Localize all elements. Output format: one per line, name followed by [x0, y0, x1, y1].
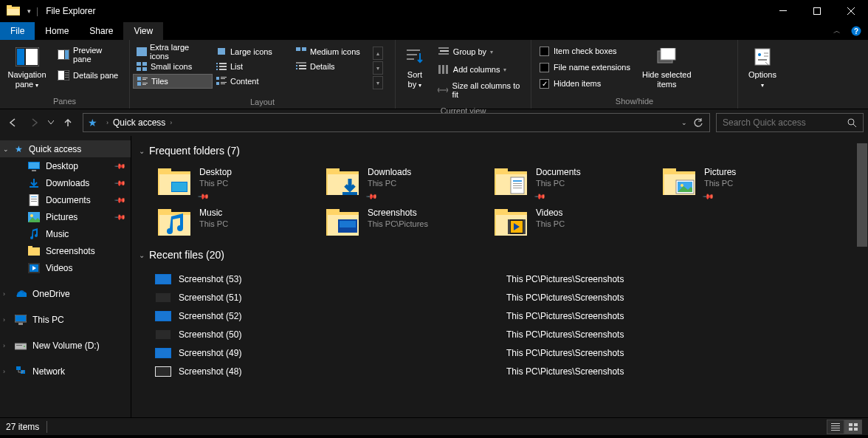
- svg-rect-124: [508, 219, 510, 234]
- sidebar-new-volume[interactable]: ›New Volume (D:): [0, 337, 131, 354]
- group-by-button[interactable]: Group by ▾: [433, 44, 527, 60]
- tiles-icon: [137, 75, 148, 87]
- recent-file-row[interactable]: Screenshot (52)This PC\Pictures\Screensh…: [155, 307, 868, 325]
- details-view-button[interactable]: [827, 420, 844, 434]
- svg-rect-14: [65, 50, 69, 59]
- size-columns-button[interactable]: Size all columns to fit: [433, 79, 527, 101]
- layout-extra-large[interactable]: Extra large icons: [133, 44, 213, 59]
- large-icons-view-button[interactable]: [844, 420, 862, 434]
- music-icon: [28, 228, 40, 240]
- file-extensions-toggle[interactable]: File name extensions: [535, 60, 635, 75]
- scrollbar-thumb[interactable]: [857, 143, 867, 247]
- recent-file-row[interactable]: Screenshot (48)This PC\Pictures\Screensh…: [155, 362, 868, 380]
- breadcrumb-arrow-icon[interactable]: ›: [106, 119, 108, 126]
- up-button[interactable]: [59, 114, 77, 131]
- svg-rect-58: [442, 65, 444, 74]
- layout-content[interactable]: Content: [213, 74, 292, 89]
- divider: |: [36, 6, 38, 16]
- sidebar-network[interactable]: ›Network: [0, 363, 131, 380]
- item-checkboxes-toggle[interactable]: Item check boxes: [535, 44, 635, 58]
- close-button[interactable]: [834, 0, 868, 22]
- recent-files-header[interactable]: ⌄Recent files (20): [136, 246, 868, 267]
- gallery-scroll-down[interactable]: ▾: [373, 61, 383, 75]
- sidebar-onedrive[interactable]: ›OneDrive: [0, 285, 131, 302]
- tab-file[interactable]: File: [0, 22, 35, 40]
- tab-share[interactable]: Share: [79, 22, 123, 40]
- gallery-scroll-up[interactable]: ▴: [373, 47, 383, 60]
- sidebar-item-desktop[interactable]: Desktop📌: [0, 157, 131, 174]
- sidebar-item-documents[interactable]: Documents📌: [0, 191, 131, 208]
- tab-home[interactable]: Home: [35, 22, 79, 40]
- qat-dropdown-icon[interactable]: ▾: [27, 7, 31, 15]
- forward-button[interactable]: [25, 114, 43, 131]
- expand-icon[interactable]: ⌄: [3, 146, 9, 153]
- address-dropdown-icon[interactable]: ⌄: [681, 119, 687, 126]
- help-icon[interactable]: ?: [847, 22, 865, 40]
- recent-file-row[interactable]: Screenshot (49)This PC\Pictures\Screensh…: [155, 343, 868, 362]
- folder-tile[interactable]: DesktopThis PC📌: [154, 162, 322, 203]
- recent-dropdown[interactable]: [46, 114, 56, 131]
- expand-icon[interactable]: ›: [3, 290, 5, 298]
- options-button[interactable]: Options▾: [740, 42, 785, 93]
- folder-tile[interactable]: DownloadsThis PC📌: [322, 162, 490, 203]
- expand-icon[interactable]: ›: [3, 342, 5, 349]
- back-button[interactable]: [4, 114, 22, 131]
- sidebar-item-downloads[interactable]: Downloads📌: [0, 174, 131, 191]
- hidden-items-toggle[interactable]: ✓Hidden items: [535, 76, 635, 91]
- folder-tile[interactable]: VideosThis PC: [490, 203, 658, 240]
- breadcrumb-arrow-icon[interactable]: ›: [170, 119, 172, 126]
- frequent-folders-header[interactable]: ⌄Frequent folders (7): [136, 142, 868, 162]
- recent-file-row[interactable]: Screenshot (51)This PC\Pictures\Screensh…: [155, 288, 868, 307]
- expand-icon[interactable]: ›: [3, 316, 5, 324]
- navigation-pane-icon: [16, 45, 39, 69]
- folder-tile[interactable]: ScreenshotsThis PC\Pictures: [322, 203, 490, 240]
- search-box[interactable]: [716, 113, 864, 132]
- navigation-pane-button[interactable]: Navigation pane ▾: [2, 42, 52, 93]
- sidebar-item-screenshots[interactable]: Screenshots: [0, 242, 131, 259]
- svg-rect-45: [302, 47, 306, 51]
- minimize-button[interactable]: [766, 0, 800, 22]
- gallery-expand[interactable]: ▾: [373, 76, 383, 89]
- search-icon[interactable]: [847, 118, 857, 128]
- expand-icon[interactable]: ›: [3, 368, 5, 375]
- layout-list[interactable]: List: [213, 59, 292, 74]
- sidebar-item-music[interactable]: Music: [0, 225, 131, 242]
- folder-tile[interactable]: PicturesThis PC📌: [658, 162, 827, 203]
- svg-rect-42: [221, 82, 227, 83]
- folder-tile[interactable]: DocumentsThis PC📌: [490, 162, 658, 203]
- svg-rect-70: [30, 186, 38, 188]
- refresh-icon[interactable]: [693, 117, 703, 128]
- recent-file-row[interactable]: Screenshot (50)This PC\Pictures\Screensh…: [155, 325, 868, 343]
- pin-icon: 📌: [114, 160, 126, 171]
- maximize-button[interactable]: [800, 0, 834, 22]
- svg-rect-31: [218, 48, 225, 55]
- folder-tile[interactable]: MusicThis PC: [154, 203, 322, 240]
- layout-large[interactable]: Large icons: [213, 44, 292, 59]
- tab-view[interactable]: View: [123, 22, 163, 40]
- downloads-icon: [28, 177, 40, 189]
- svg-rect-85: [16, 345, 22, 346]
- svg-rect-48: [299, 65, 306, 66]
- layout-medium[interactable]: Medium icons: [292, 44, 372, 59]
- preview-pane-button[interactable]: Preview pane: [53, 44, 125, 66]
- layout-tiles[interactable]: Tiles: [133, 74, 213, 89]
- collapse-ribbon-icon[interactable]: ︿: [827, 22, 847, 40]
- layout-details[interactable]: Details: [292, 59, 372, 74]
- svg-rect-16: [58, 71, 64, 80]
- recent-file-row[interactable]: Screenshot (53)This PC\Pictures\Screensh…: [155, 270, 868, 288]
- layout-small[interactable]: Small icons: [133, 59, 213, 74]
- sort-by-button[interactable]: Sort by ▾: [398, 42, 432, 93]
- sidebar-item-videos[interactable]: Videos: [0, 259, 131, 276]
- hide-selected-button[interactable]: Hide selected items: [636, 42, 698, 92]
- breadcrumb-location[interactable]: Quick access: [113, 117, 165, 128]
- sidebar-this-pc[interactable]: ›This PC: [0, 311, 131, 328]
- details-pane-button[interactable]: Details pane: [53, 67, 125, 83]
- scrollbar[interactable]: [856, 136, 868, 417]
- sidebar-quick-access[interactable]: ⌄★Quick access: [0, 140, 131, 157]
- sidebar-item-pictures[interactable]: Pictures📌: [0, 208, 131, 225]
- add-columns-button[interactable]: Add columns ▾: [433, 61, 527, 78]
- search-input[interactable]: [723, 117, 847, 128]
- pin-icon: 📌: [366, 191, 377, 202]
- navigation-pane-label: Navigation pane ▾: [8, 70, 46, 90]
- address-input[interactable]: ★ › Quick access › ⌄: [83, 113, 710, 132]
